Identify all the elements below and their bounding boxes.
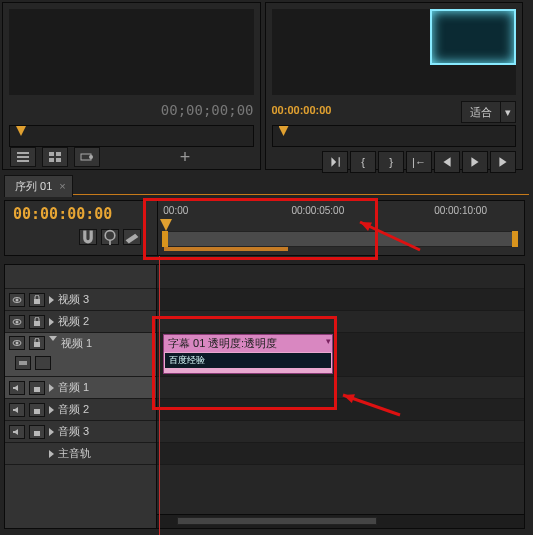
settings-button[interactable]	[123, 229, 141, 245]
lane-video2[interactable]	[157, 311, 524, 333]
lane-audio3[interactable]	[157, 421, 524, 443]
track-name: 音频 3	[58, 424, 89, 439]
track-header-audio1[interactable]: 音频 1	[5, 377, 156, 399]
timeline-header: 00:00:00:00 00:0000:00:05:0000:00:10:00	[4, 200, 525, 256]
track-header-audio3[interactable]: 音频 3	[5, 421, 156, 443]
automate-button[interactable]	[74, 147, 100, 167]
svg-point-8	[89, 155, 93, 159]
new-item-button[interactable]: +	[172, 147, 198, 167]
lock-icon[interactable]	[29, 293, 45, 307]
track-name: 视频 1	[61, 336, 92, 351]
lock-icon[interactable]	[29, 336, 45, 350]
lock-icon[interactable]	[29, 381, 45, 395]
lane-spacer	[157, 265, 524, 289]
snap-button[interactable]	[79, 229, 97, 245]
zoom-scrollbar[interactable]	[164, 231, 516, 247]
zoom-handle-left[interactable]	[162, 231, 168, 247]
svg-rect-18	[34, 342, 40, 347]
playhead-timecode[interactable]: 00:00:00:00	[13, 205, 149, 223]
expand-icon[interactable]	[49, 406, 54, 414]
play-button[interactable]	[462, 151, 488, 173]
svg-point-14	[16, 320, 19, 323]
speaker-icon[interactable]	[9, 403, 25, 417]
eye-icon[interactable]	[9, 293, 25, 307]
track-header-video1[interactable]: 视频 1	[5, 333, 156, 377]
prev-keyframe-icon[interactable]	[35, 356, 51, 370]
horizontal-scrollbar[interactable]	[157, 514, 524, 528]
scrollbar-thumb[interactable]	[177, 517, 377, 525]
program-view[interactable]	[272, 9, 517, 95]
expand-icon[interactable]	[49, 450, 54, 458]
goto-in-button[interactable]: |←	[406, 151, 432, 173]
close-tab-button[interactable]: ×	[59, 180, 65, 192]
sequence-tab-label: 序列 01	[15, 180, 52, 192]
ruler-tick-label: 00:00:05:00	[291, 205, 344, 216]
mark-in-button[interactable]	[322, 151, 348, 173]
title-clip[interactable]: 字幕 01 透明度:透明度 ▾ 百度经验	[163, 334, 333, 374]
track-header-video3[interactable]: 视频 3	[5, 289, 156, 311]
svg-point-9	[105, 231, 115, 241]
speaker-icon[interactable]	[9, 381, 25, 395]
playhead-icon[interactable]	[160, 219, 172, 231]
zoom-fit-button[interactable]: 适合	[461, 101, 501, 123]
eye-icon[interactable]	[9, 315, 25, 329]
svg-point-17	[16, 342, 19, 345]
playhead-line[interactable]	[159, 256, 160, 535]
expand-icon[interactable]	[49, 318, 54, 326]
time-ruler[interactable]: 00:0000:00:05:0000:00:10:00	[157, 201, 524, 255]
icon-view-button[interactable]	[42, 147, 68, 167]
svg-rect-12	[34, 299, 40, 304]
lane-audio1[interactable]	[157, 377, 524, 399]
lock-icon[interactable]	[29, 315, 45, 329]
list-view-button[interactable]	[10, 147, 36, 167]
source-view[interactable]	[9, 9, 254, 95]
eye-icon[interactable]	[9, 336, 25, 350]
expand-icon[interactable]	[49, 428, 54, 436]
keyframe-mode-icon[interactable]	[15, 356, 31, 370]
track-name: 视频 2	[58, 314, 89, 329]
zoom-handle-right[interactable]	[512, 231, 518, 247]
ruler-tick-label: 00:00:10:00	[434, 205, 487, 216]
transport-controls: { } |←	[272, 151, 517, 175]
lane-audio2[interactable]	[157, 399, 524, 421]
svg-rect-19	[19, 361, 27, 365]
clip-fx-menu-icon[interactable]: ▾	[326, 336, 331, 346]
source-mini-ruler[interactable]	[9, 125, 254, 147]
step-fwd-button[interactable]	[490, 151, 516, 173]
step-back-button[interactable]	[434, 151, 460, 173]
mark-out-button[interactable]: {	[350, 151, 376, 173]
tracks-content[interactable]: 字幕 01 透明度:透明度 ▾ 百度经验	[157, 265, 524, 528]
track-header-audio2[interactable]: 音频 2	[5, 399, 156, 421]
sequence-tab[interactable]: 序列 01 ×	[4, 175, 73, 197]
track-name: 音频 2	[58, 402, 89, 417]
mark-clip-button[interactable]: }	[378, 151, 404, 173]
track-header-master[interactable]: 主音轨	[5, 443, 156, 465]
timeline-header-left: 00:00:00:00	[5, 201, 157, 255]
lock-icon[interactable]	[29, 403, 45, 417]
track-name: 视频 3	[58, 292, 89, 307]
program-mini-ruler[interactable]	[272, 125, 517, 147]
source-playhead-icon[interactable]	[16, 126, 26, 136]
project-toolbar: +	[6, 145, 202, 169]
svg-rect-22	[34, 431, 40, 436]
expand-icon[interactable]	[49, 296, 54, 304]
collapse-icon[interactable]	[49, 336, 57, 341]
svg-rect-20	[34, 387, 40, 392]
program-timecode[interactable]: 00:00:00:00	[272, 101, 332, 119]
lane-video3[interactable]	[157, 289, 524, 311]
svg-rect-3	[49, 152, 54, 156]
lock-icon[interactable]	[29, 425, 45, 439]
track-name: 音频 1	[58, 380, 89, 395]
track-header-video2[interactable]: 视频 2	[5, 311, 156, 333]
sequence-tabs: 序列 01 ×	[4, 175, 529, 195]
speaker-icon[interactable]	[9, 425, 25, 439]
work-area-bar[interactable]	[164, 247, 288, 251]
marker-button[interactable]	[101, 229, 119, 245]
expand-icon[interactable]	[49, 384, 54, 392]
program-playhead-icon[interactable]	[279, 126, 289, 136]
svg-rect-5	[49, 158, 54, 162]
zoom-dropdown-button[interactable]: ▾	[500, 101, 516, 123]
lane-master[interactable]	[157, 443, 524, 465]
source-timecode[interactable]: 00;00;00;00	[9, 99, 254, 121]
ruler-tick-label: 00:00	[163, 205, 188, 216]
